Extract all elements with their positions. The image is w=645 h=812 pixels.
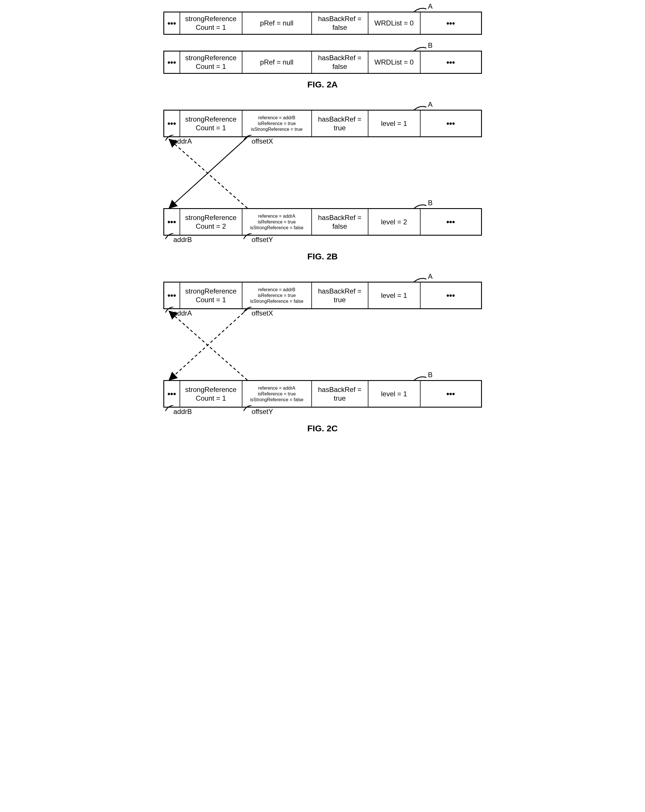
addr-text: addrB (173, 408, 192, 415)
record-row: ••• strongReference Count = 1 reference … (164, 380, 482, 408)
label-text: B (428, 41, 433, 49)
record-row: ••• strongReference Count = 1 pRef = nul… (164, 12, 482, 35)
dots-left: ••• (164, 381, 180, 407)
row-label-a: A (428, 272, 433, 281)
row-label-b: B (428, 371, 433, 379)
offset-text: offsetY (252, 408, 273, 415)
offset-text: offsetX (252, 309, 273, 317)
cell-level: level = 2 (368, 209, 420, 235)
figure-2c: A ••• strongReference Count = 1 referenc… (164, 273, 482, 433)
ref-line: isReference = true (244, 293, 310, 298)
ref-line: isReference = true (244, 121, 310, 127)
ref-line: reference = addrB (244, 287, 310, 293)
cell-hasbackref: hasBackRef = true (312, 111, 368, 136)
ref-line: isStrongReference = false (244, 298, 310, 304)
addr-label: addrA (173, 309, 192, 317)
cell-strong-ref-count: strongReference Count = 2 (180, 209, 242, 235)
cell-pref: pRef = null (242, 12, 312, 34)
figure-2a: A ••• strongReference Count = 1 pRef = n… (164, 12, 482, 90)
figure-title-2a: FIG. 2A (164, 79, 482, 90)
ref-line: isStrongReference = false (244, 225, 310, 231)
record-row: ••• strongReference Count = 1 pRef = nul… (164, 51, 482, 74)
addr-text: addrA (173, 309, 192, 317)
addr-text: addrA (173, 137, 192, 145)
dots-left: ••• (164, 282, 180, 308)
svg-line-2 (169, 309, 248, 380)
label-text: A (428, 2, 433, 10)
svg-line-1 (169, 139, 248, 208)
cell-hasbackref: hasBackRef = true (312, 381, 368, 407)
cell-hasbackref: hasBackRef = false (312, 209, 368, 235)
dots-left: ••• (164, 12, 180, 34)
addr-text: addrB (173, 236, 192, 243)
svg-line-0 (169, 137, 248, 208)
offset-label: offsetX (252, 309, 273, 317)
row-label-a: A (428, 2, 433, 11)
cell-hasbackref: hasBackRef = false (312, 52, 368, 73)
label-text: B (428, 371, 433, 379)
cell-level: level = 1 (368, 111, 420, 136)
offset-text: offsetX (252, 137, 273, 145)
cell-wrdlist: WRDList = 0 (368, 52, 420, 73)
addr-label: addrB (173, 236, 192, 244)
offset-text: offsetY (252, 236, 273, 243)
dots-right: ••• (420, 282, 481, 308)
dots-right: ••• (420, 381, 481, 407)
offset-label: offsetY (252, 236, 273, 244)
record-row: ••• strongReference Count = 2 reference … (164, 208, 482, 236)
figure-title-2b: FIG. 2B (164, 252, 482, 261)
figure-title-2c: FIG. 2C (164, 424, 482, 433)
cell-hasbackref: hasBackRef = true (312, 282, 368, 308)
record-row: ••• strongReference Count = 1 reference … (164, 110, 482, 137)
dots-right: ••• (420, 12, 481, 34)
addr-label: addrA (173, 137, 192, 145)
ref-line: reference = addrB (244, 115, 310, 121)
cell-level: level = 1 (368, 282, 420, 308)
dots-left: ••• (164, 209, 180, 235)
ref-line: isReference = true (244, 391, 310, 397)
cell-strong-ref-count: strongReference Count = 1 (180, 52, 242, 73)
cell-level: level = 1 (368, 381, 420, 407)
ref-line: isReference = true (244, 219, 310, 225)
cell-strong-ref-count: strongReference Count = 1 (180, 111, 242, 136)
dots-left: ••• (164, 111, 180, 136)
offset-label: offsetY (252, 408, 273, 416)
dots-left: ••• (164, 52, 180, 73)
svg-line-3 (169, 311, 248, 380)
cell-pref: pRef = null (242, 52, 312, 73)
cell-reference-block: reference = addrA isReference = true isS… (242, 209, 312, 235)
label-text: B (428, 199, 433, 207)
label-text: A (428, 101, 433, 108)
figure-2b: A ••• strongReference Count = 1 referenc… (164, 101, 482, 261)
cell-reference-block: reference = addrB isReference = true isS… (242, 111, 312, 136)
dots-right: ••• (420, 52, 481, 73)
cell-hasbackref: hasBackRef = false (312, 12, 368, 34)
dots-right: ••• (420, 209, 481, 235)
cell-strong-ref-count: strongReference Count = 1 (180, 12, 242, 34)
label-text: A (428, 272, 433, 280)
ref-line: isStrongReference = true (244, 127, 310, 132)
row-label-b: B (428, 199, 433, 207)
addr-label: addrB (173, 408, 192, 416)
row-label-a: A (428, 101, 433, 108)
row-label-b: B (428, 41, 433, 49)
ref-line: isStrongReference = false (244, 397, 310, 403)
offset-label: offsetX (252, 137, 273, 145)
cell-strong-ref-count: strongReference Count = 1 (180, 381, 242, 407)
dots-right: ••• (420, 111, 481, 136)
ref-line: reference = addrA (244, 213, 310, 219)
cell-wrdlist: WRDList = 0 (368, 12, 420, 34)
record-row: ••• strongReference Count = 1 reference … (164, 282, 482, 309)
ref-line: reference = addrA (244, 385, 310, 391)
cell-strong-ref-count: strongReference Count = 1 (180, 282, 242, 308)
cell-reference-block: reference = addrA isReference = true isS… (242, 381, 312, 407)
cell-reference-block: reference = addrB isReference = true isS… (242, 282, 312, 308)
